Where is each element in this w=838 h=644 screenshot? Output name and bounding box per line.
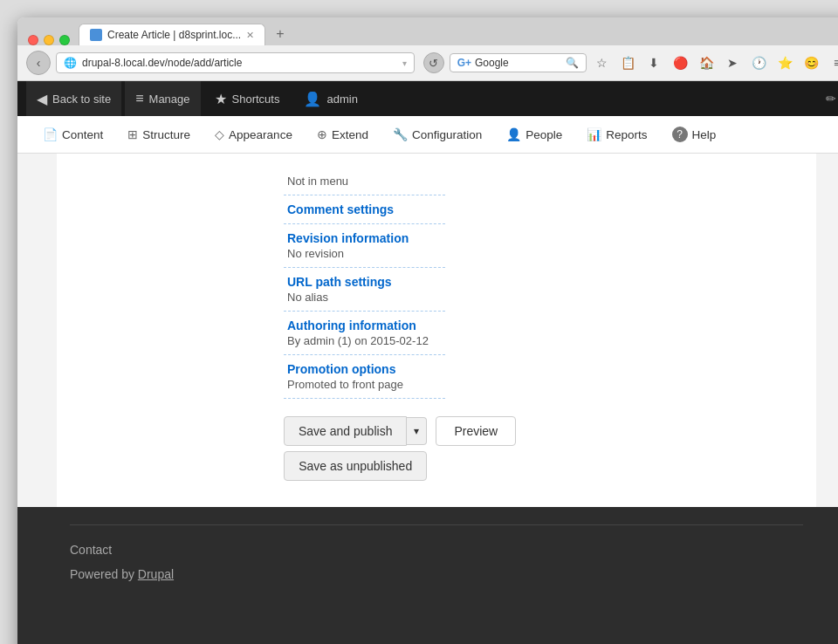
footer-contact-link[interactable]: Contact <box>70 543 803 557</box>
search-icon: 🔍 <box>566 57 579 69</box>
url-path-settings-value: No alias <box>287 291 442 304</box>
menubar-help-label: Help <box>692 128 717 141</box>
save-as-unpublished-button[interactable]: Save as unpublished <box>284 451 427 481</box>
plugin-icon[interactable]: 🔴 <box>670 53 690 72</box>
browser-back-button[interactable]: ‹ <box>26 51 51 75</box>
content-icon: 📄 <box>43 127 58 141</box>
shortcuts-button[interactable]: ★ Shortcuts <box>204 81 291 116</box>
minimize-button[interactable] <box>44 35 54 45</box>
comment-settings-title[interactable]: Comment settings <box>287 202 442 216</box>
reader-icon[interactable]: 📋 <box>618 53 637 72</box>
help-icon: ? <box>672 127 688 142</box>
menubar-extend-label: Extend <box>332 128 368 141</box>
menubar-appearance-label: Appearance <box>229 128 292 141</box>
promotion-options-item: Promotion options Promoted to front page <box>284 355 445 399</box>
arrow-icon[interactable]: ➤ <box>723 53 742 72</box>
authoring-information-value: By admin (1) on 2015-02-12 <box>287 334 442 347</box>
reload-button[interactable]: ↺ <box>423 52 444 73</box>
dropdown-arrow-icon: ▾ <box>402 58 407 68</box>
menubar-configuration-label: Configuration <box>412 128 482 141</box>
menubar-item-appearance[interactable]: ◇ Appearance <box>203 117 305 152</box>
save-dropdown-button[interactable]: ▾ <box>407 417 427 445</box>
search-input-text: Google <box>475 57 562 69</box>
url-text: drupal-8.local.dev/node/add/article <box>82 57 397 69</box>
page-content: Not in menu Comment settings Revision in… <box>17 154 838 507</box>
search-brand-icon: G+ <box>457 57 471 69</box>
menubar-item-configuration[interactable]: 🔧 Configuration <box>381 117 494 152</box>
url-path-settings-item: URL path settings No alias <box>284 268 445 312</box>
back-to-site-label: Back to site <box>52 92 111 106</box>
dropdown-arrow-icon: ▾ <box>414 425 419 437</box>
not-in-menu-text: Not in menu <box>287 175 348 188</box>
clock-icon[interactable]: 🕐 <box>749 53 768 72</box>
revision-information-title[interactable]: Revision information <box>287 231 442 245</box>
admin-user-button[interactable]: 👤 admin <box>293 81 367 116</box>
save-and-publish-button[interactable]: Save and publish <box>284 416 407 446</box>
not-in-menu-item: Not in menu <box>284 171 445 195</box>
configuration-icon: 🔧 <box>393 127 408 141</box>
promotion-options-title[interactable]: Promotion options <box>287 362 442 376</box>
star-icon[interactable]: ⭐ <box>775 53 794 72</box>
search-box[interactable]: G+ Google 🔍 <box>450 53 587 72</box>
menubar-structure-label: Structure <box>142 128 190 141</box>
save-button-group: Save and publish ▾ Save as unpublished <box>284 416 427 481</box>
browser-toolbar: ‹ 🌐 drupal-8.local.dev/node/add/article … <box>17 45 838 81</box>
menubar-reports-label: Reports <box>606 128 647 141</box>
emoji-icon[interactable]: 😊 <box>801 53 821 72</box>
shortcuts-label: Shortcuts <box>232 92 280 106</box>
preview-button[interactable]: Preview <box>436 416 516 446</box>
pencil-icon: ✏ <box>826 92 836 106</box>
authoring-information-title[interactable]: Authoring information <box>287 319 442 332</box>
tab-title: Create Article | d8sprint.loc... <box>107 29 241 41</box>
traffic-lights <box>28 35 70 45</box>
reports-icon: 📊 <box>587 127 601 141</box>
admin-label: admin <box>326 92 357 106</box>
new-tab-button[interactable]: + <box>267 23 292 45</box>
menubar-content-label: Content <box>62 128 103 141</box>
download-icon[interactable]: ⬇ <box>644 53 663 72</box>
manage-icon: ≡ <box>135 91 143 106</box>
manage-button[interactable]: ≡ Manage <box>125 81 200 116</box>
back-to-site-icon: ◀ <box>37 91 47 107</box>
footer-powered-by: Powered by Drupal <box>70 567 803 581</box>
structure-icon: ⊞ <box>127 127 138 141</box>
people-icon: 👤 <box>506 127 521 141</box>
shortcuts-icon: ★ <box>215 91 227 107</box>
close-button[interactable] <box>28 35 38 45</box>
browser-window: Create Article | d8sprint.loc... ✕ + ‹ 🌐… <box>17 17 838 644</box>
powered-by-text: Powered by <box>70 567 138 581</box>
comment-settings-item: Comment settings <box>284 195 445 224</box>
drupal-menubar: 📄 Content ⊞ Structure ◇ Appearance ⊕ Ext… <box>17 116 838 154</box>
manage-label: Manage <box>149 92 190 106</box>
bookmark-icon[interactable]: ☆ <box>592 53 611 72</box>
back-arrow-icon: ‹ <box>37 56 41 70</box>
appearance-icon: ◇ <box>215 127 224 141</box>
drupal-adminbar: ◀ Back to site ≡ Manage ★ Shortcuts 👤 ad… <box>17 81 838 116</box>
menubar-item-reports[interactable]: 📊 Reports <box>574 117 659 152</box>
user-icon: 👤 <box>304 91 321 107</box>
menubar-item-help[interactable]: ? Help <box>660 116 729 153</box>
page-footer: Contact Powered by Drupal <box>17 507 838 644</box>
home-icon[interactable]: 🏠 <box>697 53 716 72</box>
address-bar[interactable]: 🌐 drupal-8.local.dev/node/add/article ▾ <box>56 52 415 73</box>
action-buttons: Save and publish ▾ Save as unpublished P… <box>284 416 790 481</box>
tab-close-icon[interactable]: ✕ <box>246 30 254 41</box>
security-icon: 🌐 <box>64 57 77 69</box>
fullscreen-button[interactable] <box>59 35 70 45</box>
menubar-item-extend[interactable]: ⊕ Extend <box>305 117 381 152</box>
menu-icon[interactable]: ≡ <box>828 53 838 72</box>
sidebar-panel: Not in menu Comment settings Revision in… <box>284 171 445 399</box>
authoring-information-item: Authoring information By admin (1) on 20… <box>284 312 445 355</box>
url-path-settings-title[interactable]: URL path settings <box>287 275 442 289</box>
menubar-item-people[interactable]: 👤 People <box>494 117 574 152</box>
back-to-site-button[interactable]: ◀ Back to site <box>26 81 121 116</box>
menubar-item-content[interactable]: 📄 Content <box>31 117 115 152</box>
extend-icon: ⊕ <box>317 127 327 141</box>
save-publish-row: Save and publish ▾ <box>284 416 427 446</box>
browser-tab-active[interactable]: Create Article | d8sprint.loc... ✕ <box>79 24 265 45</box>
admin-edit-icon[interactable]: ✏ <box>815 85 838 113</box>
drupal-link[interactable]: Drupal <box>138 567 174 581</box>
menubar-item-structure[interactable]: ⊞ Structure <box>115 117 203 152</box>
tab-favicon <box>90 29 102 41</box>
toolbar-icons: ☆ 📋 ⬇ 🔴 🏠 ➤ 🕐 ⭐ 😊 ≡ <box>592 53 838 72</box>
